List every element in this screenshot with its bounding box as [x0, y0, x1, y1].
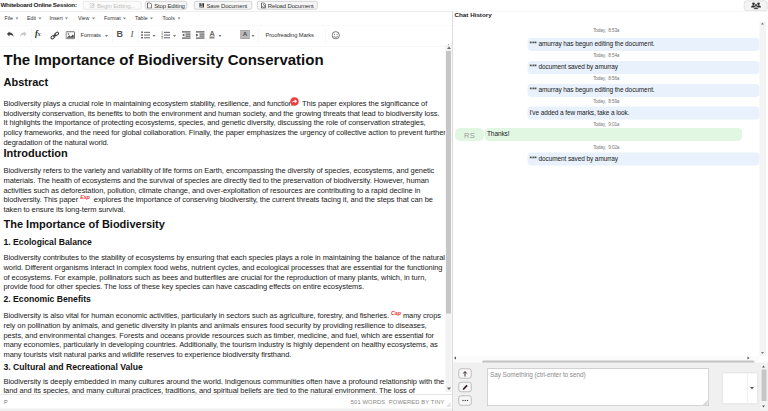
svg-text:3: 3: [161, 36, 163, 39]
